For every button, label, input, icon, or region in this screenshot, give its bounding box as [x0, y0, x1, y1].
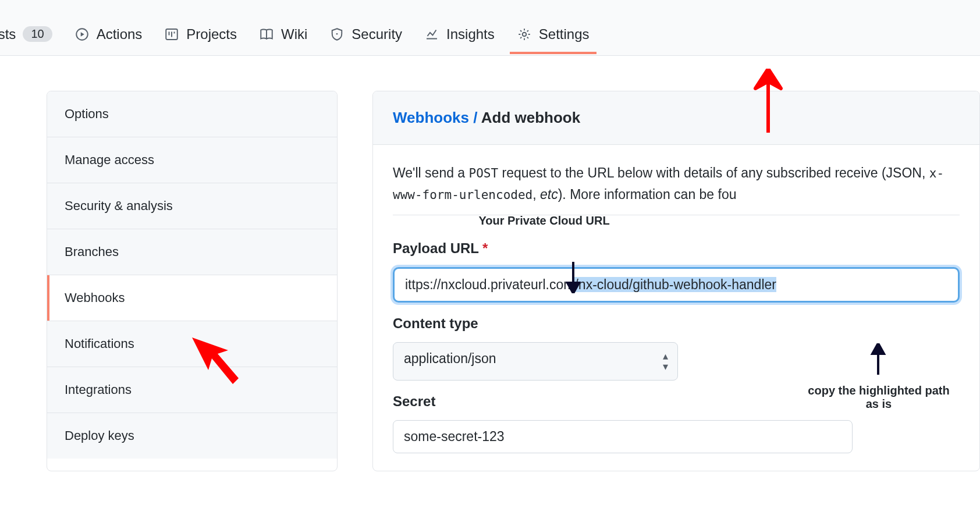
sidebar-item-branches[interactable]: Branches — [47, 229, 337, 275]
content-type-value: application/json — [404, 351, 496, 372]
settings-sidebar: Options Manage access Security & analysi… — [47, 91, 338, 471]
chevron-updown-icon: ▴▾ — [663, 351, 667, 372]
tab-label: Settings — [539, 26, 590, 42]
play-icon — [74, 27, 90, 42]
sidebar-item-label: Security & analysis — [65, 198, 173, 213]
secret-input[interactable]: some-secret-123 — [393, 420, 853, 453]
tab-actions[interactable]: Actions — [74, 3, 143, 42]
payload-url-prefix: ittps://nxcloud.privateurl.com — [405, 277, 574, 292]
secret-value: some-secret-123 — [404, 429, 505, 444]
sidebar-item-label: Integrations — [65, 382, 132, 397]
payload-url-input[interactable]: ittps://nxcloud.privateurl.com/nx-cloud/… — [393, 267, 960, 303]
annotation-arrow-webhooks — [192, 337, 244, 399]
tab-security[interactable]: Security — [329, 3, 402, 42]
graph-icon — [424, 27, 439, 42]
tab-label: Insights — [446, 26, 495, 42]
project-icon — [164, 27, 179, 42]
svg-point-2 — [336, 33, 338, 34]
intro-text: We'll send a POST request to the URL bel… — [393, 162, 960, 215]
sidebar-item-deploy-keys[interactable]: Deploy keys — [47, 413, 337, 459]
breadcrumb-current: Add webhook — [481, 109, 580, 126]
sidebar-item-webhooks[interactable]: Webhooks — [47, 275, 337, 321]
payload-url-highlighted-path: /nx-cloud/github-webhook-handler — [574, 277, 776, 292]
required-asterisk: * — [482, 240, 488, 256]
sidebar-item-label: Webhooks — [65, 290, 125, 305]
repo-tabs: uests 10 Actions Projects Wiki Security … — [0, 0, 980, 56]
sidebar-item-label: Deploy keys — [65, 428, 134, 443]
pr-count-badge: 10 — [23, 26, 52, 42]
breadcrumb-separator: / — [473, 109, 477, 126]
annotation-arrow-up — [869, 343, 887, 378]
sidebar-item-manage-access[interactable]: Manage access — [47, 137, 337, 183]
svg-point-3 — [522, 32, 526, 36]
sidebar-item-label: Branches — [65, 244, 119, 259]
breadcrumb: Webhooks / Add webhook — [373, 91, 979, 145]
tab-pull-requests[interactable]: uests 10 — [0, 3, 52, 42]
tab-projects[interactable]: Projects — [164, 3, 237, 42]
main-panel: Webhooks / Add webhook We'll send a POST… — [372, 91, 980, 471]
sidebar-item-security-analysis[interactable]: Security & analysis — [47, 183, 337, 229]
content-type-label: Content type — [393, 315, 960, 332]
tab-insights[interactable]: Insights — [424, 3, 495, 42]
tab-label: Security — [351, 26, 402, 42]
sidebar-item-label: Options — [65, 106, 109, 121]
gear-icon — [517, 27, 532, 42]
breadcrumb-link-webhooks[interactable]: Webhooks — [393, 109, 469, 126]
tab-label: Projects — [186, 26, 237, 42]
tab-wiki[interactable]: Wiki — [259, 3, 307, 42]
book-icon — [259, 27, 274, 42]
annotation-arrow-settings — [751, 69, 786, 136]
annotation-arrow-down — [564, 262, 582, 296]
tab-label: uests — [0, 26, 16, 42]
annotation-copy-path: copy the highlighted path as is — [797, 384, 960, 411]
sidebar-item-label: Notifications — [65, 336, 134, 351]
content-type-select[interactable]: application/json ▴▾ — [393, 342, 678, 381]
annotation-private-cloud-url: Your Private Cloud URL — [451, 214, 637, 228]
tab-label: Wiki — [281, 26, 307, 42]
tab-label: Actions — [97, 26, 143, 42]
payload-url-label: Payload URL* — [393, 240, 960, 257]
tab-settings[interactable]: Settings — [517, 3, 590, 42]
shield-icon — [329, 27, 345, 42]
sidebar-item-options[interactable]: Options — [47, 91, 337, 137]
sidebar-item-label: Manage access — [65, 152, 154, 167]
